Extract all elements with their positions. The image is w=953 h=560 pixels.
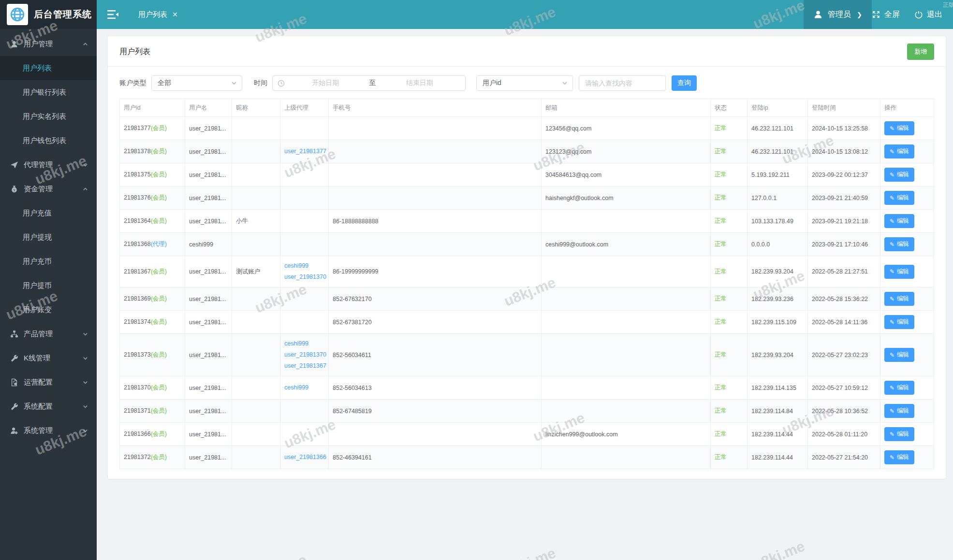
agent-link[interactable]: user_21981367 — [284, 360, 324, 372]
agent-link[interactable]: user_21981370 — [284, 272, 324, 283]
pencil-icon: ✎ — [890, 454, 894, 461]
sidebar-item-label: 产品管理 — [24, 330, 53, 339]
cell-email: 304584613@qq.com — [542, 163, 711, 187]
status-badge: 正常 — [715, 431, 727, 437]
user-id: 21981371 — [124, 407, 151, 414]
cell-phone: 852-67381720 — [329, 311, 542, 334]
table-row: 21981369(会员)user_21981...852-67632170正常1… — [120, 287, 934, 311]
sidebar-item-user-coin-deposit[interactable]: 用户充币 — [0, 249, 97, 273]
sidebar-item-user-account-change[interactable]: 用户账变 — [0, 298, 97, 322]
agent-link[interactable]: ceshi999 — [284, 260, 324, 272]
status-badge: 正常 — [715, 125, 727, 131]
user-id: 21981376 — [124, 194, 151, 201]
sidebar-item-product-management[interactable]: 产品管理 — [0, 322, 97, 346]
sidebar-item-user-wallet-list[interactable]: 用户钱包列表 — [0, 129, 97, 153]
edit-button[interactable]: ✎编辑 — [884, 121, 914, 135]
status-badge: 正常 — [715, 148, 727, 155]
user-id: 21981372 — [124, 454, 151, 460]
cell-phone — [329, 423, 542, 446]
sidebar-item-kline-management[interactable]: K线管理 — [0, 346, 97, 370]
cell-username: user_21981... — [185, 376, 232, 400]
cell-user-id: 21981373(会员) — [120, 334, 185, 376]
edit-button[interactable]: ✎编辑 — [884, 315, 914, 329]
admin-menu[interactable]: 管理员 ❯ — [804, 0, 872, 29]
sidebar-item-user-realname-list[interactable]: 用户实名列表 — [0, 104, 97, 129]
user-id: 21981369 — [124, 295, 151, 302]
end-date-placeholder: 结束日期 — [379, 79, 461, 87]
cell-user-id: 21981372(会员) — [120, 446, 185, 469]
sidebar-item-user-recharge[interactable]: 用户充值 — [0, 201, 97, 225]
cell-nickname — [232, 163, 280, 187]
search-field-select[interactable]: 用户id — [476, 75, 573, 91]
cell-username: user_21981... — [185, 187, 232, 210]
cell-phone: 852-67485819 — [329, 400, 542, 423]
cell-username: user_21981... — [185, 311, 232, 334]
add-button[interactable]: 新增 — [907, 43, 934, 60]
logout-button[interactable]: 退出 — [914, 10, 942, 20]
account-type-select[interactable]: 全部 — [151, 75, 242, 91]
edit-button[interactable]: ✎编辑 — [884, 191, 914, 205]
tab-label: 用户列表 — [138, 10, 167, 19]
edit-button[interactable]: ✎编辑 — [884, 427, 914, 441]
search-button[interactable]: 查询 — [672, 75, 697, 91]
edit-button[interactable]: ✎编辑 — [884, 265, 914, 279]
agent-link[interactable]: ceshi999 — [284, 382, 324, 393]
edit-button[interactable]: ✎编辑 — [884, 292, 914, 306]
tab-user-list[interactable]: 用户列表 ✕ — [138, 10, 178, 19]
edit-button[interactable]: ✎编辑 — [884, 450, 914, 464]
power-icon — [914, 10, 923, 19]
sidebar-item-funds-management[interactable]: 资金管理 — [0, 177, 97, 201]
date-range-input[interactable]: 开始日期 至 结束日期 — [272, 75, 466, 91]
cell-user-id: 21981370(会员) — [120, 376, 185, 400]
cell-username: user_21981... — [185, 400, 232, 423]
logo-bar: 后台管理系统 — [0, 0, 97, 29]
cell-parent-agent: ceshi999user_21981370 — [280, 256, 329, 287]
cell-login-ip: 103.133.178.49 — [748, 210, 808, 233]
cell-actions: ✎编辑 — [880, 400, 934, 423]
edit-button[interactable]: ✎编辑 — [884, 404, 914, 418]
cell-username: ceshi999 — [185, 233, 232, 256]
edit-button[interactable]: ✎编辑 — [884, 144, 914, 158]
status-badge: 正常 — [715, 407, 727, 414]
cell-user-id: 21981369(会员) — [120, 287, 185, 311]
sidebar-item-operation-config[interactable]: 运营配置 — [0, 370, 97, 394]
sidebar: 后台管理系统 用户管理用户列表用户银行列表用户实名列表用户钱包列表代理管理资金管… — [0, 0, 97, 560]
main-area: 用户列表 ✕ 管理员 ❯ 全屏 — [97, 0, 953, 560]
sidebar-item-system-config[interactable]: 系统配置 — [0, 394, 97, 418]
sidebar-item-user-list[interactable]: 用户列表 — [0, 56, 97, 80]
sidebar-item-system-management[interactable]: 系统管理 — [0, 418, 97, 443]
table-row: 21981374(会员)user_21981...852-67381720正常1… — [120, 311, 934, 334]
sidebar-item-user-withdraw[interactable]: 用户提现 — [0, 225, 97, 249]
user-list-card: 用户列表 新增 账户类型 全部 时间 — [108, 36, 946, 479]
admin-label: 管理员 — [828, 10, 851, 20]
chevron-down-icon — [231, 80, 237, 86]
tab-close-icon[interactable]: ✕ — [172, 11, 178, 18]
sidebar-item-label: 系统配置 — [24, 402, 53, 411]
edit-button[interactable]: ✎编辑 — [884, 381, 914, 395]
table-row: 21981368(代理)ceshi999ceshi999@outlook.com… — [120, 233, 934, 256]
cell-login-time: 2023-09-22 00:12:37 — [808, 163, 880, 187]
sidebar-toggle-icon[interactable] — [107, 10, 119, 19]
edit-button[interactable]: ✎编辑 — [884, 237, 914, 251]
cell-login-ip: 182.239.93.204 — [748, 334, 808, 376]
cell-login-time: 2023-09-21 19:21:18 — [808, 210, 880, 233]
user-type-tag: (会员) — [151, 268, 167, 275]
sidebar-item-agent-management[interactable]: 代理管理 — [0, 153, 97, 177]
agent-link[interactable]: user_21981377 — [284, 146, 324, 157]
sidebar-item-user-coin-withdraw[interactable]: 用户提币 — [0, 273, 97, 298]
edit-button[interactable]: ✎编辑 — [884, 214, 914, 228]
fullscreen-button[interactable]: 全屏 — [872, 10, 900, 20]
cell-nickname: 测试账户 — [232, 256, 280, 287]
edit-button[interactable]: ✎编辑 — [884, 348, 914, 362]
agent-link[interactable]: user_21981366 — [284, 452, 324, 463]
sidebar-item-user-management[interactable]: 用户管理 — [0, 32, 97, 56]
sidebar-item-user-bank-list[interactable]: 用户银行列表 — [0, 80, 97, 104]
fullscreen-label: 全屏 — [884, 10, 900, 20]
edit-label: 编辑 — [897, 407, 909, 415]
edit-button[interactable]: ✎编辑 — [884, 168, 914, 182]
agent-link[interactable]: ceshi999 — [284, 338, 324, 349]
cell-actions: ✎编辑 — [880, 287, 934, 311]
sidebar-item-label: 运营配置 — [24, 378, 53, 387]
search-input[interactable] — [579, 75, 666, 91]
agent-link[interactable]: user_21981370 — [284, 349, 324, 360]
